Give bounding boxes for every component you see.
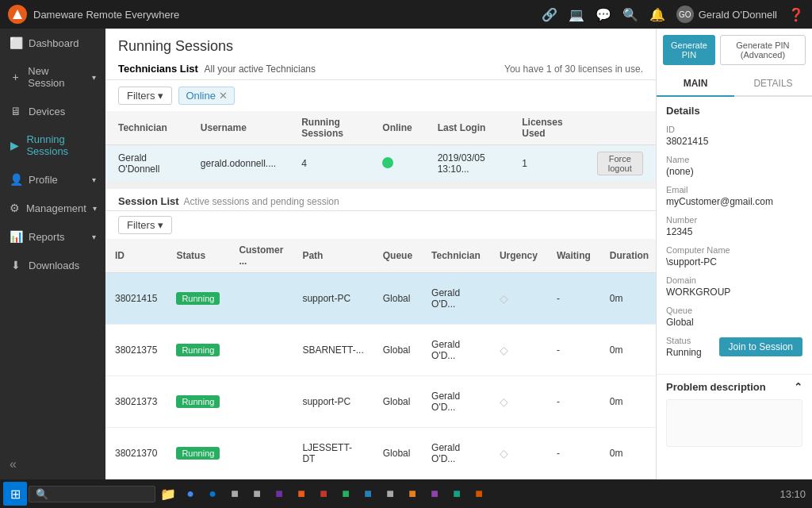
licenses-info: You have 1 of 30 licenses in use. [504, 64, 643, 75]
tab-main[interactable]: MAIN [657, 71, 734, 97]
cell-duration: 0m [600, 273, 656, 325]
cell-customer [229, 376, 293, 428]
sidebar-item-management[interactable]: ⚙ Management ▾ [0, 194, 105, 222]
chevron-down-icon: ▾ [93, 204, 97, 213]
th-path: Path [293, 239, 373, 273]
filter-chevron-icon: ▾ [158, 219, 163, 231]
cell-waiting: - [547, 325, 600, 376]
cell-id: 38021370 [105, 428, 167, 479]
taskbar-app1[interactable]: ■ [224, 483, 246, 505]
taskbar-app7[interactable]: ■ [357, 483, 379, 505]
cell-path: support-PC [293, 376, 373, 428]
taskbar-app8[interactable]: ■ [379, 483, 401, 505]
problem-description-header[interactable]: Problem description ⌃ [657, 374, 812, 399]
session-table-header: ID Status Customer ... Path Queue Techni… [105, 239, 656, 273]
generate-pin-advanced-button[interactable]: Generate PIN (Advanced) [720, 35, 806, 65]
table-row[interactable]: 38021415 Running support-PC Global Geral… [105, 273, 656, 325]
session-list-subtitle: Active sessions and pending session [184, 196, 339, 207]
status-badge: Running [176, 292, 220, 305]
sidebar-item-downloads[interactable]: ⬇ Downloads [0, 251, 105, 279]
bell-icon[interactable]: 🔔 [649, 7, 665, 22]
table-row[interactable]: 38021370 Running LJESSETT-DT Global Gera… [105, 428, 656, 479]
taskbar-app6[interactable]: ■ [335, 483, 357, 505]
page-title: Running Sessions [105, 29, 656, 60]
search-icon[interactable]: 🔍 [622, 7, 638, 22]
taskbar: ⊞ 🔍 📁 ● ● ■ ■ ■ ■ ■ ■ ■ ■ ■ ■ ■ ■ 13:10 [0, 479, 812, 508]
cell-queue: Global [373, 376, 422, 428]
filter-chevron-icon: ▾ [158, 90, 163, 102]
tab-details[interactable]: DETAILS [734, 71, 812, 97]
sidebar-item-label: Downloads [29, 260, 79, 271]
table-row[interactable]: 38021373 Running support-PC Global Geral… [105, 376, 656, 428]
sidebar-item-dashboard[interactable]: ⬜ Dashboard [0, 29, 105, 57]
cell-duration: 0m [600, 325, 656, 376]
sidebar-item-label: Devices [29, 106, 65, 117]
taskbar-app11[interactable]: ■ [446, 483, 468, 505]
chevron-down-icon: ▾ [92, 73, 96, 82]
sidebar-item-devices[interactable]: 🖥 Devices [0, 97, 105, 125]
cell-path: LJESSETT-DT [293, 428, 373, 479]
cell-status: Running [167, 273, 229, 325]
new-session-icon: + [10, 71, 21, 83]
session-list-header: Session List Active sessions and pending… [105, 189, 656, 211]
chevron-down-icon: ▾ [92, 233, 96, 241]
user-menu[interactable]: GO Gerald O'Donnell [676, 6, 777, 23]
taskbar-app-icons: 📁 ● ● ■ ■ ■ ■ ■ ■ ■ ■ ■ ■ ■ ■ [157, 483, 490, 505]
connection-icon[interactable]: 🔗 [542, 7, 557, 22]
th-last-login: Last Login [425, 111, 510, 145]
taskbar-app12[interactable]: ■ [468, 483, 490, 505]
force-logout-button[interactable]: Force logout [597, 152, 643, 175]
avatar: GO [676, 6, 694, 23]
taskbar-app4[interactable]: ■ [290, 483, 312, 505]
cell-queue: Global [373, 428, 422, 479]
sidebar-item-profile[interactable]: 👤 Profile ▾ [0, 165, 105, 194]
cell-waiting: - [547, 428, 600, 479]
sidebar-item-running-sessions[interactable]: ▶ Running Sessions [0, 125, 105, 165]
topbar: Dameware Remote Everywhere 🔗 💻 💬 🔍 🔔 GO … [0, 0, 812, 29]
taskbar-app3[interactable]: ■ [268, 483, 290, 505]
help-icon[interactable]: ❓ [788, 7, 804, 22]
session-list-title: Session List [118, 195, 179, 207]
join-session-button[interactable]: Join to Session [719, 337, 802, 356]
cell-duration: 0m [600, 428, 656, 479]
taskbar-search[interactable]: 🔍 [29, 486, 155, 502]
panel-tabs: MAIN DETAILS [657, 71, 812, 97]
taskbar-app10[interactable]: ■ [423, 483, 446, 505]
taskbar-edge[interactable]: ● [201, 483, 224, 505]
sidebar-collapse-button[interactable]: « [0, 449, 105, 479]
cell-technician: Gerald O'D... [422, 273, 490, 325]
cell-technician: Gerald O'D... [422, 376, 490, 428]
detail-status: Status Running Join to Session [666, 336, 802, 358]
cell-id: 38021373 [105, 376, 167, 428]
filter-label: Filters [127, 90, 155, 102]
cell-urgency: ◇ [490, 273, 547, 325]
cell-queue: Global [373, 273, 422, 325]
taskbar-app5[interactable]: ■ [312, 483, 335, 505]
svg-marker-0 [13, 10, 22, 19]
username-label: Gerald O'Donnell [699, 9, 777, 21]
technicians-filter-button[interactable]: Filters ▾ [118, 87, 172, 105]
chat-icon[interactable]: 💬 [596, 7, 611, 22]
table-row[interactable]: Gerald O'Donnell gerald.odonnell.... 4 2… [105, 145, 656, 183]
taskbar-app2[interactable]: ■ [246, 483, 268, 505]
table-row[interactable]: 38021375 Running SBARNETT-... Global Ger… [105, 325, 656, 376]
sidebar-item-new-session[interactable]: + New Session ▾ [0, 57, 105, 97]
taskbar-file-explorer[interactable]: 📁 [157, 483, 179, 505]
urgency-icon: ◇ [500, 395, 508, 408]
running-sessions-icon: ▶ [10, 139, 20, 152]
sidebar-item-label: Profile [29, 174, 58, 186]
status-badge: Running [176, 344, 220, 356]
monitor-icon[interactable]: 💻 [569, 7, 584, 22]
sys-time: 13:10 [779, 488, 806, 500]
devices-icon: 🖥 [10, 105, 22, 117]
remove-online-filter-button[interactable]: ✕ [219, 90, 228, 102]
start-button[interactable]: ⊞ [3, 482, 27, 506]
chevron-down-icon: ▾ [92, 175, 96, 184]
generate-pin-button[interactable]: Generate PIN [663, 35, 715, 65]
taskbar-chrome[interactable]: ● [179, 483, 201, 505]
sidebar-item-reports[interactable]: 📊 Reports ▾ [0, 222, 105, 251]
cell-id: 38021375 [105, 325, 167, 376]
chevron-up-icon: ⌃ [794, 381, 802, 393]
taskbar-app9[interactable]: ■ [401, 483, 423, 505]
session-filter-button[interactable]: Filters ▾ [118, 216, 172, 234]
